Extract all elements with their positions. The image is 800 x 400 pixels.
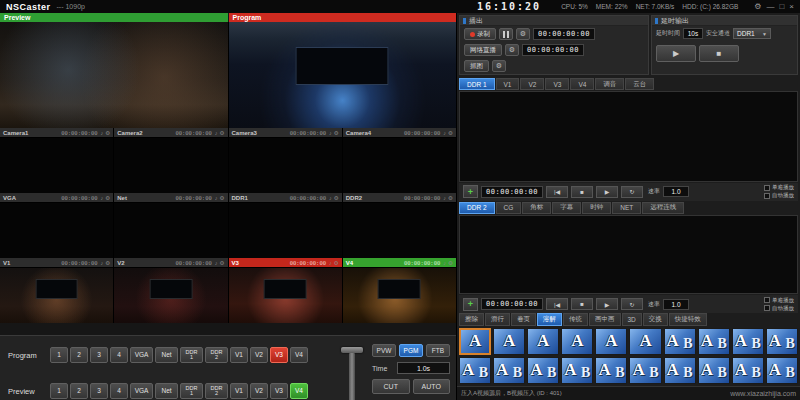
transition-thumb[interactable]: AB xyxy=(664,357,696,384)
close-icon[interactable]: × xyxy=(789,2,794,11)
source-label-camera4[interactable]: Camera400:00:00:00♪⚙ xyxy=(343,128,456,137)
source-monitor-v2[interactable] xyxy=(114,267,227,323)
preview-monitor[interactable] xyxy=(0,22,228,128)
program-bus-button-vga[interactable]: VGA xyxy=(130,347,153,363)
transition-thumb[interactable]: A xyxy=(561,328,593,355)
tab-卷页[interactable]: 卷页 xyxy=(511,313,536,326)
gear-icon[interactable]: ⚙ xyxy=(220,260,225,266)
tab-v4[interactable]: V4 xyxy=(570,78,594,90)
gear-icon[interactable]: ⚙ xyxy=(220,195,225,201)
ddr1-media-list[interactable] xyxy=(459,91,798,182)
tab-v3[interactable]: V3 xyxy=(545,78,569,90)
transition-thumb[interactable]: AB xyxy=(493,357,525,384)
program-bus-button-v4[interactable]: V4 xyxy=(290,347,308,363)
preview-bus-button-v2[interactable]: V2 xyxy=(250,383,268,399)
ddr2-stop-button[interactable]: ■ xyxy=(571,298,593,310)
gear-icon[interactable]: ⚙ xyxy=(334,130,339,136)
audio-icon[interactable]: ♪ xyxy=(215,260,218,266)
auto-button[interactable]: AUTO xyxy=(413,379,451,394)
checkbox[interactable] xyxy=(764,305,770,311)
source-monitor-camera4[interactable] xyxy=(343,137,456,193)
gear-icon[interactable]: ⚙ xyxy=(220,130,225,136)
gear-icon[interactable]: ⚙ xyxy=(334,260,339,266)
program-bus-button-v1[interactable]: V1 xyxy=(230,347,248,363)
ddr2-loop-button[interactable]: ↻ xyxy=(621,298,643,310)
stream-settings-button[interactable]: ⚙ xyxy=(505,44,519,56)
gear-icon[interactable]: ⚙ xyxy=(448,260,453,266)
source-label-v1[interactable]: V100:00:00:00♪⚙ xyxy=(0,258,113,267)
preview-bus-button-3[interactable]: 3 xyxy=(90,383,108,399)
gear-icon[interactable]: ⚙ xyxy=(448,130,453,136)
transition-thumb[interactable]: AB xyxy=(766,328,798,355)
delay-stop-button[interactable]: ■ xyxy=(699,45,739,62)
audio-icon[interactable]: ♪ xyxy=(329,130,332,136)
tab-溶解[interactable]: 溶解 xyxy=(537,313,562,326)
tab-快捷特效[interactable]: 快捷特效 xyxy=(669,313,707,326)
tab-画中画[interactable]: 画中画 xyxy=(589,313,621,326)
program-bus-button-3[interactable]: 3 xyxy=(90,347,108,363)
ddr1-add-button[interactable]: + xyxy=(463,185,478,198)
tab-滑行[interactable]: 滑行 xyxy=(485,313,510,326)
preview-bus-button-v1[interactable]: V1 xyxy=(230,383,248,399)
audio-icon[interactable]: ♪ xyxy=(329,195,332,201)
ddr2-single-play-option[interactable]: 单遍播放 xyxy=(764,297,794,304)
preview-bus-button-ddr2[interactable]: DDR2 xyxy=(205,383,228,399)
audio-icon[interactable]: ♪ xyxy=(443,130,446,136)
transition-thumb[interactable]: AB xyxy=(595,357,627,384)
tab-v1[interactable]: V1 xyxy=(496,78,520,90)
ddr1-prev-button[interactable]: |◀ xyxy=(546,186,568,198)
ddr2-prev-button[interactable]: |◀ xyxy=(546,298,568,310)
tab-ddr2[interactable]: DDR 2 xyxy=(459,202,495,214)
program-bus-button-1[interactable]: 1 xyxy=(50,347,68,363)
program-bus-button-ddr1[interactable]: DDR1 xyxy=(180,347,203,363)
gear-icon[interactable]: ⚙ xyxy=(448,195,453,201)
transition-thumb[interactable]: AB xyxy=(561,357,593,384)
record-button[interactable]: 录制 xyxy=(464,28,496,40)
audio-icon[interactable]: ♪ xyxy=(215,195,218,201)
source-monitor-v3[interactable] xyxy=(229,267,342,323)
tab-传统[interactable]: 传统 xyxy=(563,313,588,326)
source-monitor-ddr1[interactable] xyxy=(229,202,342,258)
transition-thumb[interactable]: AB xyxy=(766,357,798,384)
audio-icon[interactable]: ♪ xyxy=(101,195,104,201)
tab-3d[interactable]: 3D xyxy=(622,313,642,326)
ddr2-play-button[interactable]: ▶ xyxy=(596,298,618,310)
tab-字幕[interactable]: 字幕 xyxy=(552,202,581,214)
tab-cg[interactable]: CG xyxy=(496,202,522,214)
gear-icon[interactable]: ⚙ xyxy=(334,195,339,201)
transition-thumb[interactable]: AB xyxy=(459,357,491,384)
transition-thumb[interactable]: AB xyxy=(527,357,559,384)
program-bus-button-4[interactable]: 4 xyxy=(110,347,128,363)
preview-bus-button-4[interactable]: 4 xyxy=(110,383,128,399)
audio-icon[interactable]: ♪ xyxy=(443,260,446,266)
tab-net[interactable]: NET xyxy=(612,202,641,214)
program-bus-button-2[interactable]: 2 xyxy=(70,347,88,363)
source-monitor-v4[interactable] xyxy=(343,267,456,323)
transition-thumb[interactable]: A xyxy=(629,328,661,355)
source-monitor-camera1[interactable] xyxy=(0,137,113,193)
transition-time-input[interactable]: 1.0s xyxy=(397,362,450,374)
transition-thumb[interactable]: A xyxy=(459,328,491,355)
delay-time-input[interactable]: 10s xyxy=(683,28,703,39)
tab-交换[interactable]: 交换 xyxy=(643,313,668,326)
transition-thumb[interactable]: AB xyxy=(732,357,764,384)
audio-icon[interactable]: ♪ xyxy=(101,260,104,266)
source-label-camera1[interactable]: Camera100:00:00:00♪⚙ xyxy=(0,128,113,137)
transition-thumb[interactable]: AB xyxy=(664,328,696,355)
preview-bus-button-vga[interactable]: VGA xyxy=(130,383,153,399)
preview-bus-button-v3[interactable]: V3 xyxy=(270,383,288,399)
audio-icon[interactable]: ♪ xyxy=(329,260,332,266)
source-label-ddr1[interactable]: DDR100:00:00:00♪⚙ xyxy=(229,193,342,202)
ftb-button[interactable]: FTB xyxy=(426,344,450,357)
source-label-camera2[interactable]: Camera200:00:00:00♪⚙ xyxy=(114,128,227,137)
program-bus-button-v3[interactable]: V3 xyxy=(270,347,288,363)
transition-thumb[interactable]: AB xyxy=(629,357,661,384)
source-label-vga[interactable]: VGA00:00:00:00♪⚙ xyxy=(0,193,113,202)
transition-thumb[interactable]: AB xyxy=(698,328,730,355)
checkbox[interactable] xyxy=(764,185,770,191)
pvw-button[interactable]: PVW xyxy=(372,344,396,357)
tab-调音[interactable]: 调音 xyxy=(595,78,624,90)
maximize-icon[interactable]: □ xyxy=(779,2,784,11)
tab-v2[interactable]: V2 xyxy=(520,78,544,90)
checkbox[interactable] xyxy=(764,193,770,199)
